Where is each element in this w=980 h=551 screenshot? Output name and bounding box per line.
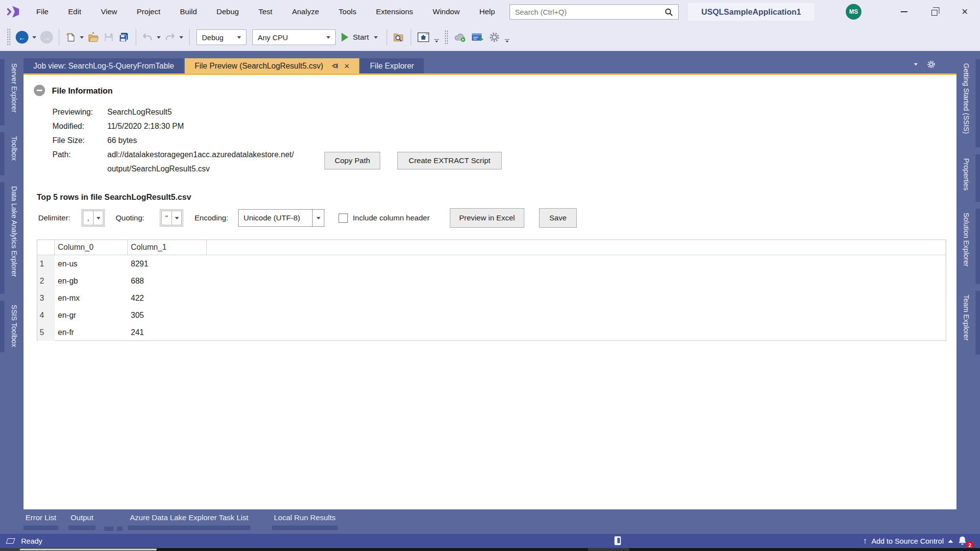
bottom-tab-output[interactable]: Output: [69, 513, 96, 530]
menu-item-window[interactable]: Window: [423, 0, 469, 24]
avatar[interactable]: MS: [846, 4, 861, 20]
hidden-tab-strip: [117, 527, 122, 531]
tool-tab-accent: [976, 59, 980, 147]
menu-item-view[interactable]: View: [91, 0, 127, 24]
start-debugging-button[interactable]: Start: [342, 33, 380, 42]
menu-item-build[interactable]: Build: [170, 0, 206, 24]
submit-job-button[interactable]: [469, 27, 487, 47]
new-file-button[interactable]: [63, 27, 78, 47]
visual-studio-window: File Edit View Project Build Debug Test …: [0, 0, 980, 551]
include-column-header-checkbox[interactable]: [339, 214, 348, 223]
save-button[interactable]: Save: [539, 208, 577, 228]
close-tab-icon[interactable]: ×: [344, 62, 350, 71]
notifications-bell-icon[interactable]: 2: [957, 535, 974, 547]
toolbar-grip[interactable]: [444, 30, 448, 45]
table-cell[interactable]: 422: [128, 289, 207, 307]
table-cell[interactable]: 241: [128, 324, 207, 341]
gear-icon[interactable]: [487, 27, 502, 47]
menu-item-project[interactable]: Project: [127, 0, 170, 24]
chevron-up-icon[interactable]: [948, 540, 953, 543]
quoting-dropdown[interactable]: ": [160, 209, 183, 227]
navigate-forward-button[interactable]: →: [38, 27, 55, 47]
undo-dropdown[interactable]: [157, 36, 161, 39]
tab-file-explorer[interactable]: File Explorer: [360, 58, 424, 73]
table-cell[interactable]: en-us: [55, 255, 128, 272]
toolbar-overflow-button[interactable]: [434, 39, 439, 43]
notification-count-badge: 2: [966, 541, 974, 549]
menu-item-help[interactable]: Help: [469, 0, 505, 24]
restore-button[interactable]: [919, 0, 950, 24]
solution-platform-dropdown[interactable]: Any CPU: [252, 29, 336, 45]
bottom-tab-error-list[interactable]: Error List: [24, 513, 58, 530]
title-bar: File Edit View Project Build Debug Test …: [0, 0, 980, 24]
menu-item-analyze[interactable]: Analyze: [282, 0, 329, 24]
copy-path-button[interactable]: Copy Path: [324, 152, 380, 169]
find-in-files-button[interactable]: [391, 27, 407, 47]
close-button[interactable]: ×: [950, 0, 980, 24]
field-previewing: Previewing: SearchLogResult5: [52, 105, 294, 119]
toolbar-grip[interactable]: [7, 28, 11, 46]
table-cell[interactable]: 688: [128, 272, 207, 289]
menu-item-edit[interactable]: Edit: [58, 0, 91, 24]
sidebar-item-ssis-toolbox[interactable]: SSIS Toolbox: [0, 301, 24, 352]
solution-configuration-dropdown[interactable]: Debug: [196, 29, 246, 45]
sidebar-item-properties[interactable]: Properties: [956, 154, 980, 202]
create-extract-script-button[interactable]: Create EXTRACT Script: [397, 152, 502, 169]
minimize-button[interactable]: [889, 0, 919, 24]
add-to-source-control-button[interactable]: Add to Source Control: [871, 537, 944, 545]
bottom-tab-azure-data-lake-task-list[interactable]: Azure Data Lake Explorer Task List: [128, 513, 250, 530]
toolbar-overflow-button[interactable]: [505, 39, 510, 43]
menu-item-tools[interactable]: Tools: [329, 0, 366, 24]
table-cell[interactable]: en-gb: [55, 272, 128, 289]
bottom-tab-local-run-results[interactable]: Local Run Results: [272, 513, 338, 530]
menu-item-extensions[interactable]: Extensions: [366, 0, 423, 24]
navigate-back-dropdown[interactable]: [32, 36, 36, 39]
chevron-down-icon[interactable]: [94, 211, 103, 225]
table-cell[interactable]: 305: [128, 307, 207, 324]
sidebar-item-getting-started-ssis[interactable]: Getting Started (SSIS): [956, 59, 980, 147]
preview-in-excel-button[interactable]: Preview in Excel: [450, 208, 524, 228]
save-button[interactable]: [101, 27, 116, 47]
solution-name-button[interactable]: USQLSampleApplication1: [688, 3, 814, 21]
encoding-dropdown[interactable]: Unicode (UTF-8): [238, 209, 324, 227]
save-all-button[interactable]: [116, 27, 132, 47]
tab-options-gear-icon[interactable]: [927, 60, 936, 69]
table-cell-filler: [207, 307, 946, 324]
redo-button[interactable]: [163, 27, 177, 47]
cloud-explorer-button[interactable]: [451, 27, 469, 47]
undo-button[interactable]: [140, 27, 155, 47]
tab-list-chevron-icon[interactable]: [914, 63, 918, 66]
sidebar-item-data-lake-analytics-explorer[interactable]: Data Lake Analytics Explorer: [0, 182, 24, 294]
table-cell[interactable]: en-gr: [55, 307, 128, 324]
open-file-button[interactable]: [86, 27, 101, 47]
table-cell[interactable]: en-fr: [55, 324, 128, 341]
navigate-back-button[interactable]: ←: [14, 27, 30, 47]
delimiter-dropdown[interactable]: ,: [81, 209, 105, 227]
menu-item-debug[interactable]: Debug: [207, 0, 249, 24]
file-preview-document: File Information Previewing: SearchLogRe…: [24, 73, 956, 509]
table-cell[interactable]: en-mx: [55, 289, 128, 307]
tool-tab-accent: [0, 132, 4, 175]
tab-file-preview[interactable]: File Preview (SearchLogResult5.csv) ×: [185, 58, 359, 73]
menu-item-file[interactable]: File: [26, 0, 58, 24]
table-cell[interactable]: 8291: [128, 255, 207, 272]
sidebar-item-server-explorer[interactable]: Server Explorer: [0, 59, 24, 125]
menu-item-test[interactable]: Test: [248, 0, 282, 24]
web-browser-preview-button[interactable]: [415, 27, 432, 47]
sidebar-item-toolbox[interactable]: Toolbox: [0, 132, 24, 175]
chevron-down-icon[interactable]: [172, 211, 182, 225]
sidebar-item-team-explorer[interactable]: Team Explorer: [956, 291, 980, 355]
preview-table: Column_0 Column_1 1 en-us 8291 2 en-gb 6…: [37, 240, 946, 341]
sidebar-item-solution-explorer[interactable]: Solution Explorer: [956, 209, 980, 284]
pin-icon[interactable]: [331, 62, 339, 70]
status-ready-label: Ready: [21, 537, 42, 545]
start-dropdown[interactable]: [374, 36, 378, 39]
new-file-dropdown[interactable]: [80, 36, 84, 39]
tool-tab-accent: [0, 182, 4, 294]
redo-dropdown[interactable]: [179, 36, 183, 39]
tab-job-view[interactable]: Job view: SearchLog-5-QueryFromTable: [24, 58, 184, 73]
collapse-section-button[interactable]: [34, 85, 45, 96]
chevron-down-icon[interactable]: [312, 210, 324, 226]
task-status-icon[interactable]: [613, 536, 622, 547]
search-input[interactable]: Search (Ctrl+Q): [510, 4, 679, 20]
